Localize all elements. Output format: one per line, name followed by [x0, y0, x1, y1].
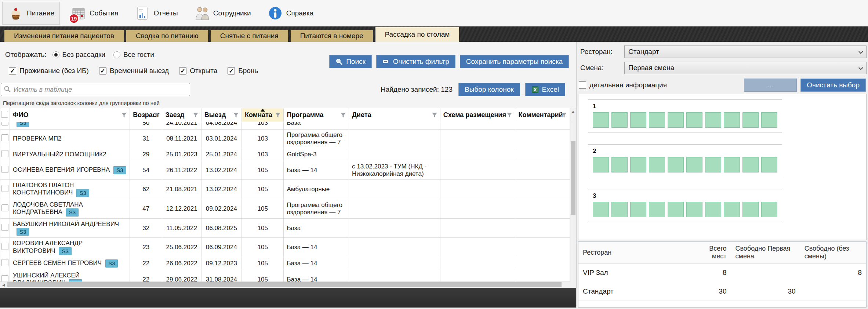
- seat[interactable]: [630, 112, 646, 128]
- scroll-left-arrow[interactable]: ◀: [1, 282, 7, 288]
- column-header-7[interactable]: Диета: [349, 108, 440, 122]
- detail-info-checkbox[interactable]: детальная информация: [579, 81, 667, 89]
- column-header-2[interactable]: Возраст: [130, 108, 162, 122]
- seat[interactable]: [611, 112, 628, 128]
- seat[interactable]: [649, 112, 665, 128]
- patients-grid-body-viewport[interactable]: S35024.10.202104.08.2024103БазаПРОВЕРКА …: [0, 122, 570, 296]
- tab-1[interactable]: Изменения питания пациентов: [4, 30, 124, 42]
- filter-checkbox-2[interactable]: ✓Временный выезд: [99, 67, 169, 75]
- seat[interactable]: [705, 157, 721, 172]
- table-row[interactable]: ЛОДОЧОВА СВЕТЛАНА КОНДРАТЬЕВНАS34712.12.…: [0, 199, 570, 219]
- row-checkbox[interactable]: [1, 185, 8, 192]
- search-input[interactable]: [1, 83, 190, 96]
- seat[interactable]: [761, 202, 777, 217]
- row-checkbox[interactable]: [1, 224, 8, 231]
- filter-icon[interactable]: [153, 112, 160, 119]
- filter-icon[interactable]: [340, 112, 346, 119]
- clear-selection-button[interactable]: Очистить выбор: [800, 79, 866, 92]
- column-header-4[interactable]: Выезд: [201, 108, 241, 122]
- seat[interactable]: [668, 157, 684, 172]
- table-row[interactable]: БАБУШКИН НИКОЛАЙ АНДРЕЕВИЧS33211.05.2022…: [0, 218, 570, 238]
- clear-filter-button[interactable]: Очистить фильтр: [376, 55, 455, 68]
- more-options-button[interactable]: ...: [744, 79, 797, 92]
- row-checkbox[interactable]: [1, 166, 8, 173]
- seat[interactable]: [649, 202, 665, 217]
- tab-4[interactable]: Питаются в номере: [291, 30, 373, 42]
- scroll-up-arrow[interactable]: ▲: [570, 108, 576, 114]
- column-header-8[interactable]: Схема размещения: [440, 108, 515, 122]
- vertical-scroll-thumb[interactable]: [571, 141, 575, 215]
- row-checkbox[interactable]: [1, 243, 8, 250]
- search-button[interactable]: Поиск: [329, 55, 372, 68]
- seat[interactable]: [668, 112, 684, 128]
- seat[interactable]: [593, 157, 609, 172]
- column-header-6[interactable]: Программа: [284, 108, 349, 122]
- vertical-scrollbar[interactable]: ▲ ▼: [570, 108, 576, 302]
- filter-icon[interactable]: [561, 112, 567, 119]
- toolbar-item-3[interactable]: Отчёты: [129, 2, 183, 25]
- seat[interactable]: [705, 112, 721, 128]
- seat[interactable]: [686, 202, 702, 217]
- row-checkbox[interactable]: [1, 150, 8, 157]
- seat[interactable]: [742, 157, 759, 172]
- table-row[interactable]: S35024.10.202104.08.2024103База: [0, 122, 570, 130]
- horizontal-scrollbar[interactable]: ◀: [0, 281, 570, 288]
- column-header-1[interactable]: ФИО: [10, 108, 130, 122]
- summary-row[interactable]: VIP Зал88: [578, 263, 866, 282]
- seat[interactable]: [649, 157, 665, 172]
- toolbar-item-5[interactable]: Справка: [262, 2, 319, 25]
- restaurant-select[interactable]: Стандарт: [624, 46, 867, 58]
- tab-3[interactable]: Снятые с питания: [211, 30, 288, 42]
- save-search-params-button[interactable]: Сохранить параметры поиска: [460, 55, 569, 68]
- column-header-9[interactable]: Комментарий: [515, 108, 570, 122]
- seat[interactable]: [593, 202, 609, 217]
- seat[interactable]: [611, 157, 628, 172]
- seat[interactable]: [742, 202, 759, 217]
- tab-5[interactable]: Рассадка по столам: [375, 27, 460, 42]
- column-header-3[interactable]: Заезд: [162, 108, 201, 122]
- filter-icon[interactable]: [121, 112, 127, 119]
- seat[interactable]: [668, 202, 684, 217]
- dining-table-1[interactable]: 1: [588, 99, 782, 132]
- dining-table-2[interactable]: 2: [588, 144, 782, 177]
- toolbar-item-1[interactable]: Питание: [2, 2, 60, 25]
- horizontal-scroll-thumb[interactable]: [7, 282, 562, 287]
- row-checkbox[interactable]: [1, 204, 8, 211]
- seat[interactable]: [724, 112, 740, 128]
- table-row[interactable]: КОРОВИН АЛЕКСАНДР ВИКТОРОВИЧS32325.06.20…: [0, 238, 570, 257]
- table-row[interactable]: ВИРТУАЛЬНЫЙ2 ПОМОЩНИК22925.01.202325.01.…: [0, 148, 570, 161]
- excel-export-button[interactable]: X Excel: [525, 83, 565, 96]
- seat[interactable]: [742, 112, 759, 128]
- filter-checkbox-1[interactable]: ✓Проживание (без ИБ): [9, 67, 89, 75]
- summary-row[interactable]: Шале45: [578, 301, 866, 308]
- seat[interactable]: [705, 202, 721, 217]
- table-row[interactable]: ПЛАТОНОВ ПЛАТОН КОНСТАНТИНОВИЧS36221.08.…: [0, 180, 570, 199]
- table-row[interactable]: ОСИНЕВА ЕВГЕНИЯ ИГОРЕВНАS35426.11.202213…: [0, 161, 570, 180]
- filter-checkbox-4[interactable]: ✓Бронь: [228, 67, 258, 75]
- row-checkbox[interactable]: [1, 134, 8, 141]
- seat[interactable]: [724, 202, 740, 217]
- radio-1[interactable]: Без рассадки: [52, 51, 105, 59]
- summary-row[interactable]: Стандарт3030: [578, 282, 866, 301]
- seat[interactable]: [611, 202, 628, 217]
- seat[interactable]: [686, 157, 702, 172]
- filter-icon[interactable]: [431, 112, 438, 119]
- filter-icon[interactable]: [192, 112, 199, 119]
- table-row[interactable]: СЕРГЕЕВ СЕМЕН ПЕТРОВИЧS32226.06.202209.1…: [0, 257, 570, 270]
- row-checkbox[interactable]: [1, 122, 8, 126]
- filter-icon[interactable]: [506, 112, 513, 119]
- seat[interactable]: [593, 112, 609, 128]
- column-chooser-button[interactable]: Выбор колонок: [458, 83, 520, 96]
- table-row[interactable]: ПРОВЕРКА МП23108.11.202103.01.2024103Про…: [0, 130, 570, 148]
- column-header-5[interactable]: Комната: [242, 108, 284, 122]
- seat[interactable]: [761, 157, 777, 172]
- shift-select[interactable]: Первая смена: [624, 62, 867, 74]
- seat[interactable]: [630, 157, 646, 172]
- select-all-checkbox[interactable]: [1, 111, 8, 118]
- seat[interactable]: [761, 112, 777, 128]
- tab-2[interactable]: Сводка по питанию: [126, 30, 208, 42]
- toolbar-item-2[interactable]: 19События: [65, 2, 124, 25]
- radio-2[interactable]: Все гости: [113, 51, 154, 59]
- seat[interactable]: [724, 157, 740, 172]
- seat[interactable]: [630, 202, 646, 217]
